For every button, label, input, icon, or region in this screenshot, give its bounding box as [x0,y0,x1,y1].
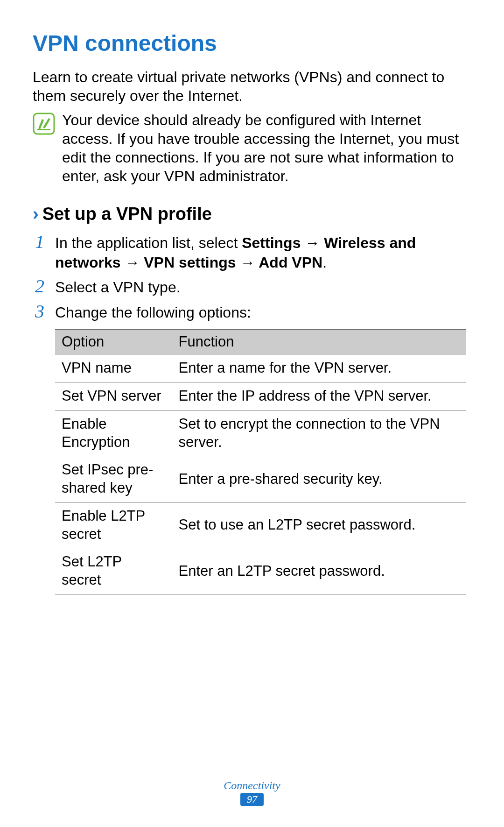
table-row: VPN name Enter a name for the VPN server… [55,354,466,382]
note-text: Your device should already be configured… [62,111,471,185]
intro-paragraph: Learn to create virtual private networks… [33,68,471,105]
header-function: Function [172,330,466,354]
cell-function: Enter an L2TP secret password. [172,548,466,594]
chevron-right-icon: › [33,205,39,223]
table-header-row: Option Function [55,330,466,354]
cell-option: Enable L2TP secret [55,502,172,548]
cell-option: Set VPN server [55,382,172,410]
footer-section-label: Connectivity [0,779,504,792]
step-1: 1 In the application list, select Settin… [33,233,471,272]
note-icon [33,113,55,135]
page-heading: VPN connections [33,30,471,56]
cell-function: Enter the IP address of the VPN server. [172,382,466,410]
cell-option: Set IPsec pre-shared key [55,456,172,502]
options-table: Option Function VPN name Enter a name fo… [55,329,466,594]
table-row: Set IPsec pre-shared key Enter a pre-sha… [55,456,466,502]
table-row: Enable L2TP secret Set to use an L2TP se… [55,502,466,548]
cell-function: Enter a pre-shared security key. [172,456,466,502]
table-row: Enable Encryption Set to encrypt the con… [55,410,466,456]
svg-rect-0 [34,113,54,134]
step-text: Change the following options: [55,302,251,323]
step-3: 3 Change the following options: [33,302,471,323]
table-row: Set L2TP secret Enter an L2TP secret pas… [55,548,466,594]
cell-option: VPN name [55,354,172,382]
step-number: 2 [33,277,47,296]
sub-heading: Set up a VPN profile [42,204,212,224]
page-footer: Connectivity 97 [0,779,504,806]
step-1-prefix: In the application list, select [55,234,242,251]
step-1-suffix: . [322,254,327,271]
header-option: Option [55,330,172,354]
cell-function: Set to encrypt the connection to the VPN… [172,410,466,456]
step-number: 1 [33,233,47,251]
cell-option: Enable Encryption [55,410,172,456]
table-row: Set VPN server Enter the IP address of t… [55,382,466,410]
step-text: In the application list, select Settings… [55,233,471,272]
cell-option: Set L2TP secret [55,548,172,594]
cell-function: Enter a name for the VPN server. [172,354,466,382]
step-text: Select a VPN type. [55,277,181,297]
step-number: 3 [33,302,47,321]
step-2: 2 Select a VPN type. [33,277,471,297]
note-block: Your device should already be configured… [33,111,471,185]
cell-function: Set to use an L2TP secret password. [172,502,466,548]
page-number-badge: 97 [240,793,264,806]
sub-heading-row: › Set up a VPN profile [33,204,471,224]
